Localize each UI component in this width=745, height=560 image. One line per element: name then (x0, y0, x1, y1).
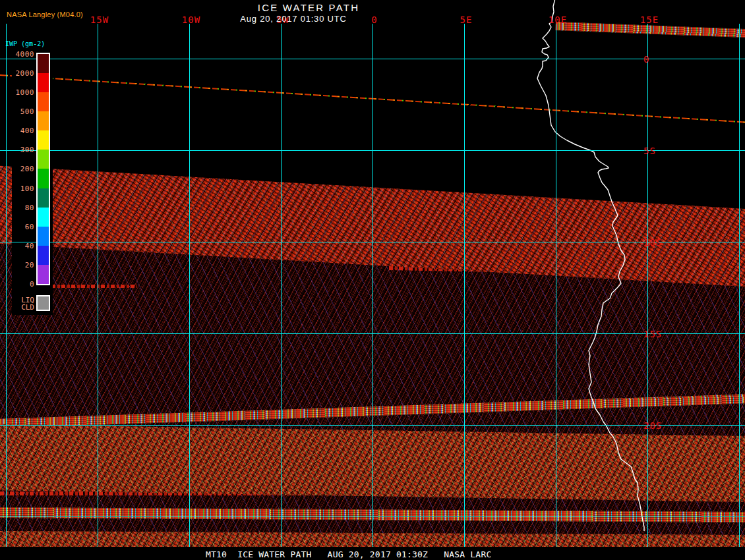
status-bar: MT10 ICE WATER PATH AUG 20, 2017 01:30Z … (0, 547, 745, 560)
latitude-label: 15S (643, 329, 662, 339)
status-text: MT10 ICE WATER PATH AUG 20, 2017 01:30Z … (206, 549, 491, 559)
coordinate-labels: 15W10W5W05E10E15E05S10S15S20S (0, 0, 745, 560)
latitude-label: 5S (643, 146, 656, 156)
longitude-label: 15E (640, 14, 659, 25)
longitude-label: 10W (182, 14, 200, 25)
page-title: ICE WATER PATH (258, 2, 359, 13)
longitude-label: 5E (460, 14, 473, 25)
longitude-label: 0 (371, 14, 377, 25)
longitude-label: 10E (549, 14, 567, 25)
map-area: 15W10W5W05E10E15E05S10S15S20S (0, 0, 745, 560)
latitude-label: 10S (643, 237, 662, 248)
latitude-label: 20S (643, 420, 662, 431)
longitude-label: 15W (90, 14, 109, 25)
screen: 15W10W5W05E10E15E05S10S15S20S IWP (gm-2)… (0, 0, 745, 560)
latitude-label: 0 (643, 54, 649, 65)
source-label: NASA Langley (M04.0) (7, 11, 83, 18)
page-subtitle: Aug 20, 2017 01:30 UTC (240, 14, 346, 24)
